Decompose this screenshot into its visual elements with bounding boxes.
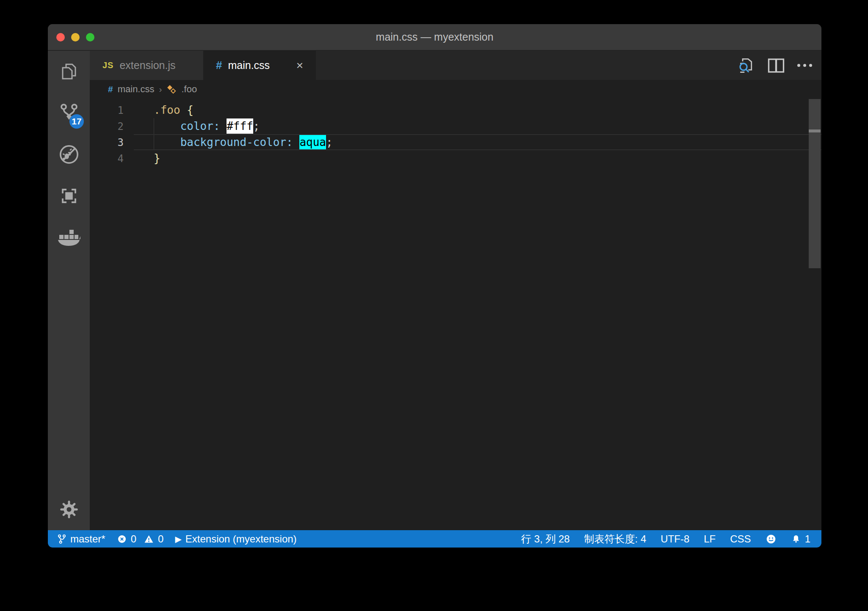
activity-bar: 17 <box>48 51 90 530</box>
error-icon <box>117 534 127 544</box>
line-col-value: 行 3, 列 28 <box>521 532 570 546</box>
breadcrumb: # main.css › .foo <box>90 80 821 98</box>
problems-status[interactable]: 0 0 <box>117 533 164 545</box>
warning-icon <box>144 534 154 544</box>
run-extension-status[interactable]: ▶ Extension (myextension) <box>175 533 296 545</box>
code-line[interactable]: 4} <box>90 150 821 166</box>
window-title: main.css — myextension <box>48 24 821 50</box>
files-icon <box>59 61 79 82</box>
eol-status[interactable]: LF <box>704 533 716 545</box>
indentation-status[interactable]: 制表符长度: 4 <box>584 532 647 546</box>
tab-bar: JS extension.js # main.css × <box>90 51 821 80</box>
close-window-button[interactable] <box>56 33 65 41</box>
code-line[interactable]: 1.foo { <box>90 102 821 118</box>
encoding-status[interactable]: UTF-8 <box>661 533 689 545</box>
split-editor-icon <box>768 58 785 73</box>
tab-label: main.css <box>228 59 270 72</box>
code-text: color: #fff; <box>124 120 260 132</box>
tab-main-css[interactable]: # main.css × <box>203 51 316 80</box>
code-text: .foo { <box>124 104 194 116</box>
gear-icon <box>59 500 79 519</box>
sidebar-item-debug[interactable] <box>48 134 90 175</box>
git-branch-status[interactable]: master* <box>57 533 105 545</box>
tab-size-value: 制表符长度: 4 <box>584 532 647 546</box>
settings-button[interactable] <box>48 489 90 530</box>
title-bar: main.css — myextension <box>48 24 821 50</box>
language-mode-status[interactable]: CSS <box>730 533 751 545</box>
play-icon: ▶ <box>175 535 181 543</box>
cursor-position-status[interactable]: 行 3, 列 28 <box>521 532 570 546</box>
tab-extension-js[interactable]: JS extension.js <box>90 51 203 80</box>
css-file-icon: # <box>108 84 113 94</box>
line-number: 4 <box>90 151 124 167</box>
branch-name: master* <box>70 533 105 545</box>
find-document-icon <box>736 56 755 75</box>
javascript-file-icon: JS <box>102 61 113 70</box>
sidebar-item-source-control[interactable]: 17 <box>48 92 90 134</box>
code-text: } <box>124 152 160 165</box>
git-branch-icon <box>57 534 66 545</box>
bell-icon <box>791 534 801 545</box>
breadcrumb-file[interactable]: main.css <box>118 84 155 95</box>
chevron-right-icon: › <box>159 84 162 94</box>
ellipsis-icon <box>797 64 812 67</box>
code-editor[interactable]: 1.foo {2 color: #fff;3 background-color:… <box>90 98 821 530</box>
code-lines: 1.foo {2 color: #fff;3 background-color:… <box>90 102 821 166</box>
find-in-file-button[interactable] <box>736 56 755 75</box>
vscode-window: main.css — myextension <box>48 24 821 548</box>
code-line[interactable]: 3 background-color: aqua; <box>90 134 821 150</box>
css-file-icon: # <box>216 59 222 72</box>
no-bug-icon <box>58 143 80 165</box>
class-symbol-icon <box>166 84 177 94</box>
close-tab-button[interactable]: × <box>296 60 303 72</box>
eol-value: LF <box>704 533 716 545</box>
language-value: CSS <box>730 533 751 545</box>
run-label: Extension (myextension) <box>185 533 297 545</box>
more-actions-button[interactable] <box>797 64 812 67</box>
notification-count: 1 <box>805 533 810 545</box>
encoding-value: UTF-8 <box>661 533 689 545</box>
traffic-lights <box>56 24 94 50</box>
minimize-window-button[interactable] <box>71 33 80 41</box>
scrollbar-thumb[interactable] <box>809 99 821 268</box>
code-line[interactable]: 2 color: #fff; <box>90 118 821 134</box>
sidebar-item-docker[interactable] <box>48 217 90 258</box>
sidebar-item-explorer[interactable] <box>48 51 90 92</box>
feedback-button[interactable] <box>766 534 777 545</box>
smiley-icon <box>766 534 777 545</box>
tab-label: extension.js <box>119 59 175 72</box>
error-count: 0 <box>131 533 136 545</box>
code-text: background-color: aqua; <box>124 136 333 149</box>
zoom-window-button[interactable] <box>86 33 94 41</box>
sidebar-item-extensions[interactable] <box>48 175 90 217</box>
warning-count: 0 <box>158 533 163 545</box>
breadcrumb-symbol[interactable]: .foo <box>181 84 197 95</box>
line-number: 1 <box>90 102 124 118</box>
status-bar: master* 0 0 <box>48 530 821 548</box>
notifications-button[interactable]: 1 <box>791 533 810 545</box>
split-editor-button[interactable] <box>768 58 785 73</box>
docker-whale-icon <box>58 228 80 247</box>
overview-ruler-cursor-marker <box>809 129 821 132</box>
line-number: 2 <box>90 118 124 135</box>
line-number: 3 <box>90 135 124 151</box>
editor-actions <box>736 51 812 80</box>
extensions-icon <box>59 186 79 206</box>
scm-changes-badge: 17 <box>69 114 84 129</box>
